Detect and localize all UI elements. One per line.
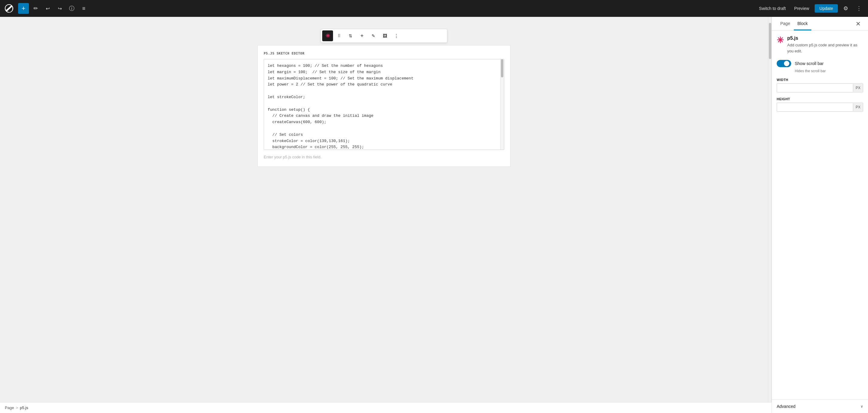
settings-button[interactable]: ⚙ — [840, 3, 851, 14]
advanced-header[interactable]: Advanced ∨ — [772, 400, 868, 413]
toolbar-right: Switch to draft Preview Update ⚙ ⋮ — [756, 3, 864, 14]
sidebar: Page Block ✕ ✳ p5.js Add custom p5.js co… — [772, 17, 868, 413]
scrollbar-thumb — [769, 23, 771, 59]
move-arrows-button[interactable]: ⇅ — [345, 30, 356, 41]
block-info-title: p5.js — [787, 36, 863, 41]
width-unit: PX — [853, 84, 863, 92]
edit-mode-button[interactable]: ✏ — [30, 3, 41, 14]
width-field-row: PX — [777, 83, 863, 93]
width-label: WIDTH — [777, 78, 863, 81]
block-label: P5.JS SKETCH EDITOR — [264, 51, 504, 56]
preview-label: Preview — [794, 6, 809, 11]
breadcrumb-page-link[interactable]: Page — [5, 406, 14, 410]
sidebar-content: ✳ p5.js Add custom p5.js code and previe… — [772, 31, 868, 397]
image-inline-icon: 🖼 — [383, 33, 387, 38]
more-options-icon: ⋮ — [856, 5, 862, 12]
toggle-label: Show scroll bar — [795, 61, 824, 66]
info-button[interactable]: ⓘ — [66, 3, 77, 14]
close-icon: ✕ — [856, 20, 861, 27]
vertical-scrollbar[interactable] — [768, 17, 772, 413]
arrows-icon: ⇅ — [349, 33, 352, 38]
code-editor-wrapper: let hexagons = 100; // Set the number of… — [264, 59, 504, 150]
add-inline-icon: + — [361, 33, 364, 39]
add-inline-button[interactable]: + — [356, 30, 367, 41]
code-textarea[interactable]: let hexagons = 100; // Set the number of… — [264, 59, 504, 149]
block-info-text: p5.js Add custom p5.js code and preview … — [787, 36, 863, 54]
height-field-row: PX — [777, 103, 863, 112]
code-placeholder: Enter your p5.js code in this field. — [264, 153, 504, 161]
chevron-down-icon: ∨ — [861, 404, 863, 409]
info-icon: ⓘ — [69, 5, 74, 12]
scrollbar-thumb — [501, 59, 503, 77]
toggle-hint: Hides the scroll bar — [795, 69, 863, 73]
main-layout: ✳ ⠿ ⇅ + ✎ 🖼 ⋮ P5.JS SKETCH EDITOR — [0, 17, 868, 413]
undo-button[interactable]: ↩ — [42, 3, 53, 14]
image-inline-button[interactable]: 🖼 — [379, 30, 390, 41]
advanced-section: Advanced ∨ — [772, 400, 868, 413]
block-info-desc: Add custom p5.js code and preview it as … — [787, 42, 863, 54]
wp-logo-icon — [5, 4, 13, 13]
p5js-block: P5.JS SKETCH EDITOR let hexagons = 100; … — [257, 45, 510, 167]
more-options-button[interactable]: ⋮ — [854, 3, 864, 14]
preview-button[interactable]: Preview — [791, 4, 812, 13]
update-button[interactable]: Update — [815, 4, 838, 13]
switch-to-draft-button[interactable]: Switch to draft — [756, 4, 789, 13]
redo-button[interactable]: ↪ — [54, 3, 65, 14]
breadcrumb-separator: > — [16, 406, 18, 410]
height-unit: PX — [853, 103, 863, 111]
breadcrumb-current: p5.js — [20, 406, 28, 410]
list-view-icon: ≡ — [82, 5, 86, 12]
drag-handle[interactable]: ⠿ — [334, 30, 344, 41]
main-toolbar: + ✏ ↩ ↪ ⓘ ≡ Switch to draft Preview Upda… — [0, 0, 868, 17]
block-p5-icon: ✳ — [777, 36, 784, 44]
sidebar-tabs: Page Block ✕ — [772, 17, 868, 31]
editor-area: ✳ ⠿ ⇅ + ✎ 🖼 ⋮ P5.JS SKETCH EDITOR — [0, 17, 768, 413]
redo-icon: ↪ — [58, 6, 62, 11]
pencil-icon: ✏ — [33, 5, 38, 12]
toggle-row: Show scroll bar — [777, 60, 863, 67]
block-info-section: ✳ p5.js Add custom p5.js code and previe… — [777, 36, 863, 54]
list-view-button[interactable]: ≡ — [79, 3, 89, 14]
breadcrumb-bar: Page > p5.js — [0, 402, 772, 413]
width-input[interactable] — [777, 84, 853, 92]
more-inline-button[interactable]: ⋮ — [391, 30, 402, 41]
toggle-section: Show scroll bar Hides the scroll bar — [777, 60, 863, 73]
advanced-label: Advanced — [777, 404, 795, 409]
add-block-button[interactable]: + — [18, 3, 29, 14]
height-input[interactable] — [777, 103, 853, 111]
drag-icon: ⠿ — [338, 33, 341, 38]
block-type-button[interactable]: ✳ — [322, 30, 333, 41]
settings-icon: ⚙ — [843, 5, 848, 12]
undo-icon: ↩ — [46, 6, 50, 11]
height-label: HEIGHT — [777, 97, 863, 101]
sidebar-close-button[interactable]: ✕ — [853, 17, 863, 30]
wp-logo[interactable] — [4, 3, 14, 14]
show-scrollbar-toggle[interactable] — [777, 60, 791, 67]
more-inline-icon: ⋮ — [394, 33, 399, 39]
add-icon: + — [22, 4, 26, 12]
tab-block[interactable]: Block — [794, 17, 811, 30]
width-field-section: WIDTH PX — [777, 78, 863, 93]
tab-page[interactable]: Page — [777, 17, 794, 30]
edit-inline-icon: ✎ — [372, 33, 375, 38]
block-toolbar: ✳ ⠿ ⇅ + ✎ 🖼 ⋮ — [321, 29, 447, 43]
height-field-section: HEIGHT PX — [777, 97, 863, 112]
update-label: Update — [819, 6, 833, 11]
scrollbar-track[interactable] — [500, 59, 504, 149]
switch-draft-label: Switch to draft — [759, 6, 786, 11]
edit-inline-button[interactable]: ✎ — [368, 30, 379, 41]
block-asterisk-icon: ✳ — [326, 33, 330, 39]
